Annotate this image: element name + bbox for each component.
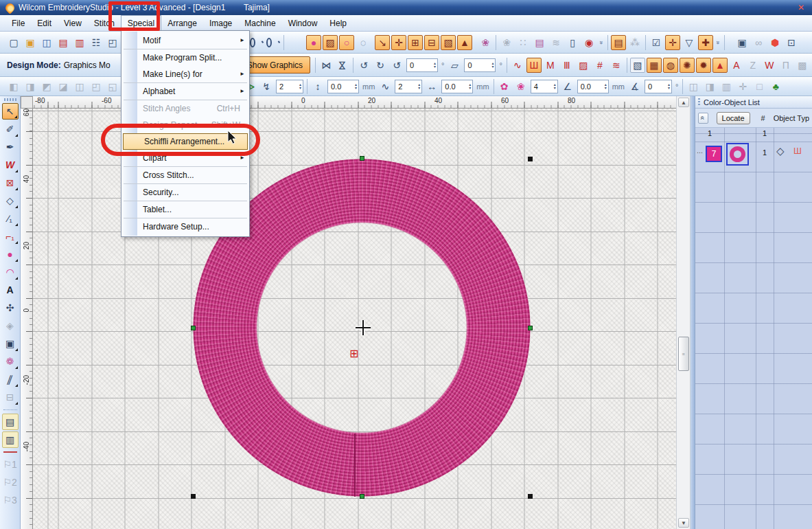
export-machine-file-icon[interactable]: ▥ xyxy=(72,35,87,50)
toolbox-tool[interactable] xyxy=(3,407,18,412)
split-object-icon[interactable]: ◱ xyxy=(105,79,120,94)
satin-fill-icon[interactable]: M xyxy=(543,58,558,73)
save-icon[interactable]: ◫ xyxy=(39,35,54,50)
selection-handle-top-right[interactable] xyxy=(528,157,533,161)
spinner-icon[interactable] xyxy=(491,62,494,69)
travel-on-edges-icon[interactable]: Z xyxy=(745,58,761,73)
tatami-fill-icon[interactable]: Ш xyxy=(526,58,542,73)
selection-handle-mid-right[interactable] xyxy=(528,326,533,330)
design-overview-disabled-icon[interactable]: ❀ xyxy=(499,35,514,50)
spinner-icon[interactable] xyxy=(469,83,471,90)
custom-function-3-tool[interactable]: ⚐3 xyxy=(2,492,19,508)
team-names-tool[interactable]: ◈ xyxy=(2,317,19,334)
menubar-image[interactable]: Image xyxy=(203,15,238,31)
select-object-tool[interactable]: ↖ xyxy=(2,103,19,120)
blank-icon[interactable]: □ xyxy=(752,79,767,94)
show-graphics-button[interactable]: Show Graphics xyxy=(240,56,310,74)
print-icon[interactable]: ☷ xyxy=(89,35,104,50)
column-split-tool[interactable]: ⊟ xyxy=(2,389,19,405)
monogramming-tool[interactable]: ⊠ xyxy=(2,175,19,191)
measure-tool[interactable]: ∕₁ xyxy=(2,210,19,227)
travel-needle-icon[interactable]: ✛ xyxy=(665,35,680,50)
lettering-tool[interactable]: W xyxy=(2,157,19,173)
star-fill-icon[interactable]: ◍ xyxy=(663,58,678,73)
spinner-icon[interactable] xyxy=(299,83,301,90)
color-object-list-icon[interactable]: ▤ xyxy=(532,35,547,50)
object-thumbnail[interactable] xyxy=(726,143,749,166)
kaleidoscope-tool[interactable]: ∥ xyxy=(2,371,19,387)
selection-handle-mid-left[interactable] xyxy=(191,326,196,330)
travel-segment-icon[interactable]: ▽ xyxy=(682,35,697,50)
menu-item-alphabet[interactable]: Alphabet ► xyxy=(122,83,248,100)
column-fill-icon[interactable]: Ⅲ xyxy=(559,58,575,73)
print-preview-icon[interactable]: ◰ xyxy=(105,35,120,50)
menu-item-cross-stitch[interactable]: Cross Stitch... xyxy=(122,167,248,183)
flower-large-icon[interactable]: ❀ xyxy=(513,79,529,94)
offset-object-tool[interactable]: ▣ xyxy=(2,335,19,352)
contour-fill-icon[interactable]: ≋ xyxy=(609,58,624,73)
stitch-count-input[interactable]: 2 xyxy=(276,80,303,93)
texture-icon[interactable]: ▥ xyxy=(719,79,734,94)
arc-tool[interactable]: ◠ xyxy=(2,264,19,280)
background-image-icon[interactable]: ▧ xyxy=(441,35,456,50)
rotate-icon[interactable]: ↺ xyxy=(389,58,404,73)
grid-icon[interactable]: ⊞ xyxy=(408,35,423,50)
new-icon[interactable]: ▢ xyxy=(6,35,21,50)
fancy-fill-icon[interactable]: ▨ xyxy=(323,35,338,50)
zoom-1-1-icon[interactable] xyxy=(249,35,264,50)
menubar-machine[interactable]: Machine xyxy=(238,15,281,31)
wrap-effect-icon[interactable]: W xyxy=(762,58,777,73)
run-stitch-icon[interactable]: ∿ xyxy=(510,58,525,73)
rotate-cw-45-icon[interactable]: ↻ xyxy=(373,58,388,73)
design-properties-icon[interactable]: ▯ xyxy=(565,35,580,50)
mirror-horizontal-icon[interactable]: ⋈ xyxy=(318,58,334,73)
front-minus-back-icon[interactable]: ◪ xyxy=(56,79,71,94)
scrollbar-thumb[interactable]: ≡ xyxy=(678,337,689,371)
needle-penetrations-icon[interactable]: ✛ xyxy=(391,35,406,50)
open-icon[interactable]: ▣ xyxy=(23,35,38,50)
auto-fabric-icon[interactable]: ▦ xyxy=(647,58,662,73)
back-minus-front-icon[interactable]: ◫ xyxy=(72,79,87,94)
spinner-icon[interactable] xyxy=(668,83,670,90)
program-split-icon[interactable]: ▨ xyxy=(576,58,591,73)
flower-small-icon[interactable]: ✿ xyxy=(497,79,512,94)
locate-button[interactable]: Locate xyxy=(717,112,750,124)
mirror-merge-tool[interactable]: ✣ xyxy=(2,300,19,316)
sequence-tree-icon[interactable]: ♣ xyxy=(768,79,783,94)
design-check-icon[interactable]: ☑ xyxy=(649,35,664,50)
selection-handle-bottom-left[interactable] xyxy=(191,494,196,499)
outline-object-icon[interactable]: ○ xyxy=(339,35,354,50)
selection-handle-top-center[interactable] xyxy=(360,156,364,161)
scroll-up-icon[interactable]: ▲ xyxy=(678,98,689,107)
print-worksheet-icon[interactable]: ▤ xyxy=(56,35,71,50)
weld-icon[interactable]: ◧ xyxy=(6,79,21,94)
stitch-density-icon[interactable]: ≋ xyxy=(548,35,564,50)
toolbox-grip[interactable] xyxy=(4,98,16,101)
ruler-origin-button[interactable] xyxy=(21,96,33,109)
rotate-input[interactable]: 0 xyxy=(406,58,438,72)
design-overview-icon[interactable]: ❀ xyxy=(478,35,493,50)
toolbox-tool[interactable] xyxy=(3,450,18,454)
menu-item-security[interactable]: Security... xyxy=(122,184,248,201)
reshape-points-icon[interactable]: ↘ xyxy=(375,35,390,50)
length-input[interactable]: 0.0 xyxy=(577,80,609,93)
needle-points-icon[interactable]: ∷ xyxy=(515,35,531,50)
hexagon-fill-icon[interactable]: ⬢ xyxy=(767,35,782,50)
hoop-icon[interactable]: ⊟ xyxy=(424,35,439,50)
menubar-edit[interactable]: Edit xyxy=(31,15,58,31)
open-object-icon[interactable]: ◌ xyxy=(356,35,371,50)
spacing-input[interactable]: 0.0 xyxy=(441,80,473,93)
menu-item-stitch-angles[interactable]: Stitch Angles Ctrl+H xyxy=(122,100,248,117)
stagger-icon[interactable]: ◫ xyxy=(686,79,701,94)
stitch-player-tool[interactable]: ▥ xyxy=(2,431,19,448)
menubar-arrange[interactable]: Arrange xyxy=(161,15,203,31)
add-node-icon[interactable]: ✚ xyxy=(698,35,713,50)
knife-tool[interactable]: ✒ xyxy=(2,139,19,155)
skew-icon[interactable]: ▱ xyxy=(447,58,462,73)
underlay-icon[interactable]: ▧ xyxy=(630,58,645,73)
frame-icon[interactable]: ◨ xyxy=(702,79,717,94)
auto-split-icon[interactable]: A xyxy=(729,58,744,73)
fill-object-icon[interactable]: ● xyxy=(306,35,321,50)
cross-fill-icon[interactable]: # xyxy=(592,58,607,73)
square-wave-icon[interactable]: Π xyxy=(778,58,793,73)
